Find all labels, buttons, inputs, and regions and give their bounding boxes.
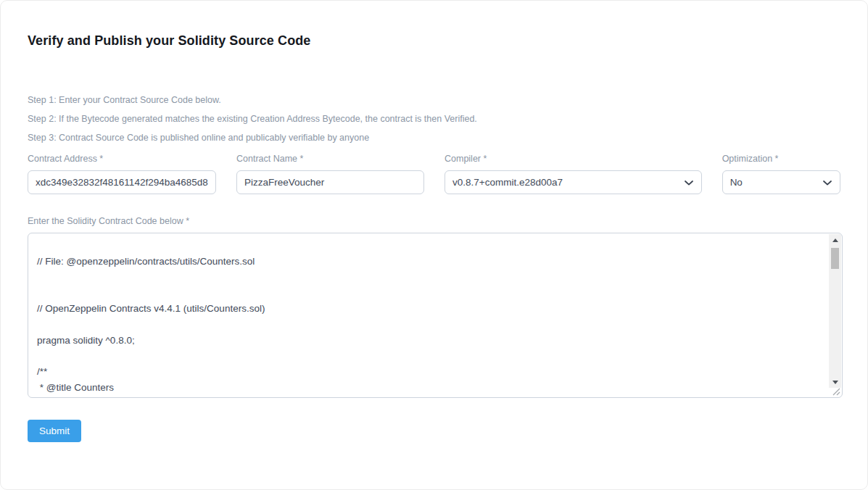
- optimization-select-wrap: No: [722, 170, 840, 194]
- scrollbar-thumb[interactable]: [831, 248, 839, 269]
- scrollbar[interactable]: [829, 234, 841, 388]
- field-contract-name: Contract Name *: [236, 154, 424, 194]
- contract-form-row: Contract Address * Contract Name * Compi…: [28, 154, 840, 194]
- steps-instructions: Step 1: Enter your Contract Source Code …: [28, 91, 840, 147]
- contract-name-label: Contract Name *: [236, 154, 424, 165]
- step-3-text: Step 3: Contract Source Code is publishe…: [28, 128, 840, 147]
- verify-contract-page: Verify and Publish your Solidity Source …: [0, 0, 868, 490]
- triangle-down-icon: [832, 381, 838, 384]
- resize-grip-icon[interactable]: [831, 386, 840, 396]
- step-1-text: Step 1: Enter your Contract Source Code …: [28, 91, 840, 109]
- source-code-label: Enter the Solidity Contract Code below *: [28, 216, 840, 227]
- submit-button[interactable]: Submit: [28, 420, 81, 442]
- contract-address-label: Contract Address *: [28, 154, 216, 165]
- step-2-text: Step 2: If the Bytecode generated matche…: [28, 109, 840, 128]
- optimization-label: Optimization *: [722, 154, 840, 165]
- optimization-select[interactable]: No: [723, 171, 840, 194]
- contract-name-input[interactable]: [236, 170, 424, 194]
- field-compiler: Compiler * v0.8.7+commit.e28d00a7: [445, 154, 702, 194]
- scroll-up-button[interactable]: [829, 234, 841, 246]
- compiler-select-wrap: v0.8.7+commit.e28d00a7: [445, 170, 702, 194]
- page-title: Verify and Publish your Solidity Source …: [28, 33, 840, 49]
- compiler-select[interactable]: v0.8.7+commit.e28d00a7: [445, 171, 701, 194]
- contract-address-input[interactable]: [28, 170, 216, 194]
- source-code-text[interactable]: // File: @openzeppelin/contracts/utils/C…: [28, 233, 829, 397]
- source-code-editor[interactable]: // File: @openzeppelin/contracts/utils/C…: [28, 233, 843, 398]
- field-contract-address: Contract Address *: [28, 154, 216, 194]
- triangle-up-icon: [832, 238, 838, 242]
- compiler-label: Compiler *: [445, 154, 702, 165]
- field-optimization: Optimization * No: [722, 154, 840, 194]
